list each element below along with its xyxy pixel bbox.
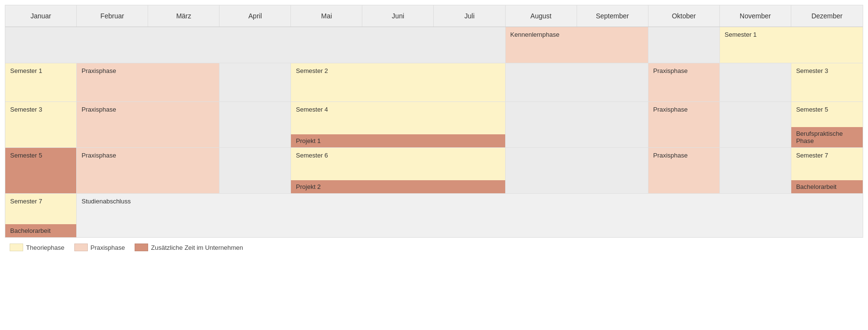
kennenlernphase-cell: Kennenlernphase [506,27,648,63]
legend-theoriephase-box [10,244,23,251]
praxisphase-r3b-cell: Praxisphase [648,148,720,193]
empty-cell [720,102,791,147]
semester7-bachelor-cell: Semester 7 Bachelorarbeit [791,148,863,193]
praxisphase-cell-r1a: Praxisphase [77,63,220,101]
month-januar: Januar [5,5,77,27]
calendar-row-3: Semester 5 Praxisphase Semester 6 Projek… [5,148,863,194]
month-mai: Mai [291,5,362,27]
empty-cell [220,102,291,147]
semester7-top: Semester 7 [791,148,863,180]
month-august: August [506,5,577,27]
berufspraktische-bar: Berufspraktische Phase [791,127,863,147]
legend-theoriephase-label: Theoriephase [26,244,65,251]
calendar-row-2: Semester 3 Praxisphase Semester 4 Projek… [5,102,863,148]
calendar-row-1: Semester 1 Praxisphase Semester 2 Praxis… [5,63,863,102]
empty-cell [720,63,791,101]
month-februar: Februar [77,5,148,27]
empty-cell [220,63,291,101]
praxisphase-r2b-cell: Praxisphase [648,102,720,147]
calendar-container: Januar Februar März April Mai Juni Juli … [5,5,863,238]
bachelorarbeit-final-bar: Bachelorarbeit [5,224,76,237]
legend-zusaetzliche-label: Zusätzliche Zeit im Unternehmen [151,244,243,251]
empty-cell [506,148,648,193]
empty-cell [720,148,791,193]
legend: Theoriephase Praxisphase Zusätzliche Zei… [5,238,863,257]
header-row: Januar Februar März April Mai Juni Juli … [5,5,863,27]
month-april: April [220,5,291,27]
month-dezember: Dezember [791,5,863,27]
empty-cell [506,63,648,101]
empty-cell [506,102,648,147]
semester7-final-cell: Semester 7 Bachelorarbeit [5,194,77,237]
semester3-cell: Semester 3 [791,63,863,101]
praxisphase-cell-r1b: Praxisphase [648,63,720,101]
empty-cell [220,148,291,193]
month-juni: Juni [362,5,434,27]
semester1-start-cell: Semester 1 [720,27,863,63]
month-maerz: März [148,5,220,27]
legend-praxisphase: Praxisphase [74,244,125,251]
praxisphase-r3a-cell: Praxisphase [77,148,220,193]
semester3-r2-cell: Semester 3 [5,102,77,147]
praxisphase-r2a-cell: Praxisphase [77,102,220,147]
semester7-final-top: Semester 7 [5,194,76,224]
studienabschluss-cell: Studienabschluss [77,194,863,237]
bachelorarbeit-bar: Bachelorarbeit [791,180,863,193]
calendar-row-0: Kennenlernphase Semester 1 [5,27,863,63]
legend-zusaetzliche-box [135,244,148,251]
projekt2-bar: Projekt 2 [291,180,505,193]
month-september: September [577,5,648,27]
projekt1-bar: Projekt 1 [291,134,505,147]
semester2-cell: Semester 2 [291,63,505,101]
semester1-cell: Semester 1 [5,63,77,101]
empty-cell [648,27,720,63]
month-oktober: Oktober [648,5,720,27]
calendar-row-4: Semester 7 Bachelorarbeit Studienabschlu… [5,194,863,237]
semester4-cell: Semester 4 Projekt 1 [291,102,505,147]
semester5-brown-cell: Semester 5 [5,148,77,193]
month-juli: Juli [434,5,505,27]
legend-zusaetzliche: Zusätzliche Zeit im Unternehmen [135,244,243,251]
semester5-top: Semester 5 [791,102,863,127]
legend-praxisphase-box [74,244,88,251]
empty-cell [5,27,506,63]
legend-praxisphase-label: Praxisphase [91,244,125,251]
semester5-beruf-cell: Semester 5 Berufspraktische Phase [791,102,863,147]
semester6-cell: Semester 6 Projekt 2 [291,148,505,193]
legend-theoriephase: Theoriephase [10,244,65,251]
month-november: November [720,5,791,27]
